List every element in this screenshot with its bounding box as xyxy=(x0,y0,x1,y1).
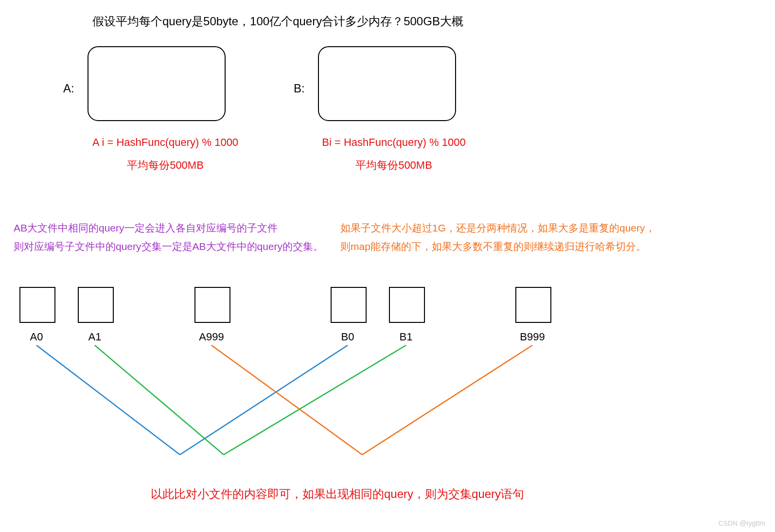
big-box-a xyxy=(88,46,226,121)
subfile-label-b999: B999 xyxy=(511,331,554,343)
orange-explanation: 如果子文件大小超过1G，还是分两种情况，如果大多是重复的query，则map能存… xyxy=(340,219,656,256)
subfile-box-b999 xyxy=(515,287,551,323)
subfile-box-b0 xyxy=(331,287,367,323)
purple-explanation: AB大文件中相同的query一定会进入各自对应编号的子文件 则对应编号子文件中的… xyxy=(14,219,325,256)
subfile-box-a999 xyxy=(194,287,230,323)
formula-a: A i = HashFunc(query) % 1000 xyxy=(88,136,243,149)
avg-a: 平均每份500MB xyxy=(88,158,243,173)
subfile-box-a1 xyxy=(78,287,114,323)
subfile-label-a1: A1 xyxy=(78,331,112,343)
line-blue-right xyxy=(180,345,348,455)
line-blue-left xyxy=(36,345,180,455)
label-a: A: xyxy=(63,82,74,95)
subfile-box-a0 xyxy=(19,287,55,323)
bottom-conclusion: 以此比对小文件的内容即可，如果出现相同的query，则为交集query语句 xyxy=(151,486,524,502)
subfile-box-b1 xyxy=(389,287,425,323)
line-orange-right xyxy=(362,345,532,455)
line-green-left xyxy=(95,345,224,455)
formula-b: Bi = HashFunc(query) % 1000 xyxy=(311,136,476,149)
watermark: CSDN @rygttm xyxy=(718,519,765,527)
avg-b: 平均每份500MB xyxy=(311,158,476,173)
subfile-label-b1: B1 xyxy=(389,331,423,343)
subfile-label-a0: A0 xyxy=(19,331,53,343)
subfile-label-b0: B0 xyxy=(331,331,365,343)
subfile-label-a999: A999 xyxy=(190,331,233,343)
big-box-b xyxy=(318,46,456,121)
line-green-right xyxy=(224,345,406,455)
title-text: 假设平均每个query是50byte，100亿个query合计多少内存？500G… xyxy=(92,14,463,29)
line-orange-left xyxy=(211,345,362,455)
label-b: B: xyxy=(294,82,305,95)
